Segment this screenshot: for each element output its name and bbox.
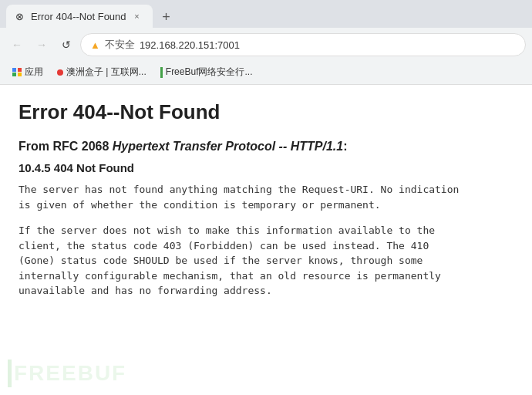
address-bar: ← → ↺ ▲ 不安全 192.168.220.151:7001 (0, 28, 532, 62)
page-content: Error 404--Not Found From RFC 2068 Hyper… (0, 85, 532, 395)
insecure-label: 不安全 (105, 38, 135, 52)
url-display: 192.168.220.151:7001 (140, 39, 240, 51)
tab-bar: ⊗ Error 404--Not Found × + (0, 0, 532, 28)
tab-title: Error 404--Not Found (31, 11, 126, 22)
browser-chrome: ⊗ Error 404--Not Found × + ← → ↺ ▲ 不安全 1… (0, 0, 532, 85)
rfc-heading-italic: Hypertext Transfer Protocol -- HTTP/1.1 (113, 140, 343, 153)
bookmarks-bar: 应用 澳洲盒子 | 互联网... FreeBuf网络安全行... (0, 62, 532, 85)
forward-button[interactable]: → (31, 34, 52, 56)
paragraph-1: The server has not found anything matchi… (19, 182, 513, 212)
insecure-warning-icon: ▲ (90, 39, 100, 51)
apps-label: 应用 (25, 66, 43, 79)
rfc-heading: From RFC 2068 Hypertext Transfer Protoco… (19, 140, 513, 154)
paragraph-2: If the server does not wish to make this… (19, 223, 513, 299)
bookmark-huanhe[interactable]: 澳洲盒子 | 互联网... (51, 63, 153, 81)
huanhe-label: 澳洲盒子 | 互联网... (66, 66, 146, 79)
new-tab-button[interactable]: + (156, 6, 177, 28)
error-title: Error 404--Not Found (19, 100, 513, 124)
freebuf-icon (160, 67, 163, 78)
tab-close-button[interactable]: × (131, 10, 143, 22)
rfc-heading-prefix: From RFC 2068 (19, 140, 113, 153)
sub-heading: 10.4.5 404 Not Found (19, 161, 513, 174)
apps-grid-icon (12, 68, 22, 77)
url-bar[interactable]: ▲ 不安全 192.168.220.151:7001 (80, 33, 526, 56)
bookmark-apps[interactable]: 应用 (6, 63, 49, 81)
active-tab[interactable]: ⊗ Error 404--Not Found × (6, 5, 153, 28)
tab-favicon: ⊗ (15, 11, 26, 22)
huanhe-icon (57, 69, 63, 76)
freebuf-watermark: FREEBUF (8, 360, 126, 387)
freebuf-label: FreeBuf网络安全行... (166, 66, 253, 79)
rfc-heading-suffix: : (343, 140, 347, 153)
back-button[interactable]: ← (6, 34, 28, 56)
refresh-button[interactable]: ↺ (56, 34, 77, 56)
bookmark-freebuf[interactable]: FreeBuf网络安全行... (154, 63, 259, 81)
